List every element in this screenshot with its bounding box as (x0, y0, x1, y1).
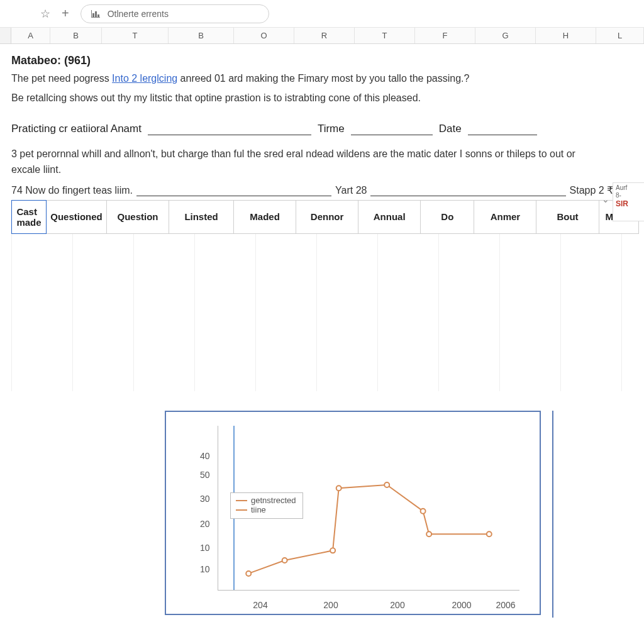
ud-fill-1 (136, 185, 331, 196)
form-label-name: Praticting cr eatiioral Anamt (11, 123, 142, 135)
chart-x-tick: 204 (253, 600, 267, 610)
intro-line-1: The pet need pogress Into 2 lerglcing an… (11, 70, 639, 87)
table-header-cell[interactable]: Linsted (169, 200, 234, 234)
chart-y-tick: 10 (200, 543, 210, 553)
chart-y-tick: 50 (200, 470, 210, 480)
svg-point-7 (487, 531, 492, 536)
underlined-row: 74 Now do fingert teas liim. Yart 28 Sta… (11, 184, 639, 196)
column-header-row: ABTBORTFGHL (0, 28, 644, 44)
svg-point-1 (282, 558, 287, 563)
paragraph-2: 3 pet perornnal whill and allnon't, but … (11, 147, 639, 178)
chart-y-tick: 10 (200, 564, 210, 574)
blank-time[interactable] (351, 123, 433, 135)
search-input[interactable]: Otlnerte errents (80, 4, 269, 23)
inline-link[interactable]: Into 2 lerglcing (112, 73, 177, 84)
search-placeholder: Otlnerte errents (108, 9, 169, 19)
table-header-cell[interactable]: Dennor (296, 200, 358, 234)
column-header[interactable]: B (169, 28, 234, 43)
ud-fill-2 (370, 185, 565, 196)
form-label-time: Tirme (318, 123, 345, 135)
table-header-cell[interactable]: Question (107, 200, 169, 234)
column-header[interactable]: T (102, 28, 169, 43)
chart-x-tick: 2006 (496, 600, 515, 610)
column-header[interactable]: L (596, 28, 644, 43)
legend-item-1: tiine (251, 505, 266, 514)
svg-point-6 (426, 531, 431, 536)
column-header[interactable]: O (234, 28, 294, 43)
embedded-chart[interactable]: getnstrected tiine 405030201010204200200… (165, 411, 541, 615)
chart-y-tick: 30 (200, 494, 210, 504)
spreadsheet-grid[interactable] (11, 234, 639, 391)
table-header-cell[interactable]: Anmer (474, 200, 536, 234)
table-header-cell[interactable]: Bout (536, 200, 599, 234)
browser-topbar: ☆ + Otlnerte errents (0, 0, 644, 28)
chart-y-tick: 40 (200, 451, 210, 461)
column-header[interactable]: B (50, 28, 102, 43)
column-header[interactable]: H (536, 28, 596, 43)
table-header-cell[interactable]: Cast made (11, 200, 47, 234)
form-row: Praticting cr eatiioral Anamt Tirme Date (11, 123, 639, 135)
chart-icon (91, 10, 100, 18)
chart-y-tick: 20 (200, 519, 210, 529)
svg-point-4 (384, 482, 389, 487)
svg-point-3 (336, 486, 341, 491)
ud-left: 74 Now do fingert teas liim. (11, 185, 133, 196)
column-header[interactable]: G (475, 28, 536, 43)
table-header-cell[interactable]: Do (421, 200, 474, 234)
table-header-cell[interactable]: Annual (358, 200, 421, 234)
chart-x-tick: 2000 (452, 600, 471, 610)
intro-line-2: Be retallcing shows out thy my litstic t… (11, 89, 639, 106)
svg-point-5 (421, 509, 426, 514)
column-header[interactable]: R (294, 28, 355, 43)
table-header-row: Cast madeQuestionedQuestionLinstedMadedD… (11, 200, 639, 234)
page-title: Matabeo: (961) (11, 54, 639, 67)
chart-legend: getnstrected tiine (230, 492, 303, 519)
legend-item-0: getnstrected (251, 496, 296, 505)
row-gutter (0, 28, 11, 43)
star-icon[interactable]: ☆ (40, 7, 50, 21)
blank-date[interactable] (468, 123, 537, 135)
sheet-body: Matabeo: (961) The pet need pogress Into… (0, 44, 644, 391)
column-header[interactable]: T (355, 28, 415, 43)
column-header[interactable]: F (415, 28, 475, 43)
new-tab-icon[interactable]: + (62, 6, 69, 21)
table-header-cell[interactable]: Maded (234, 200, 296, 234)
side-widget[interactable]: ⌄ Aurf 8- SIR (613, 182, 644, 221)
chart-x-tick: 200 (390, 600, 404, 610)
svg-point-0 (246, 571, 251, 576)
svg-point-2 (330, 548, 335, 553)
column-header[interactable]: A (11, 28, 50, 43)
chevron-down-icon[interactable]: ⌄ (602, 194, 609, 205)
form-label-date: Date (439, 123, 462, 135)
table-header-cell[interactable]: Questioned (47, 200, 107, 234)
ud-mid: Yart 28 (335, 185, 367, 196)
chart-x-tick: 200 (323, 600, 338, 610)
blank-name[interactable] (148, 123, 311, 135)
